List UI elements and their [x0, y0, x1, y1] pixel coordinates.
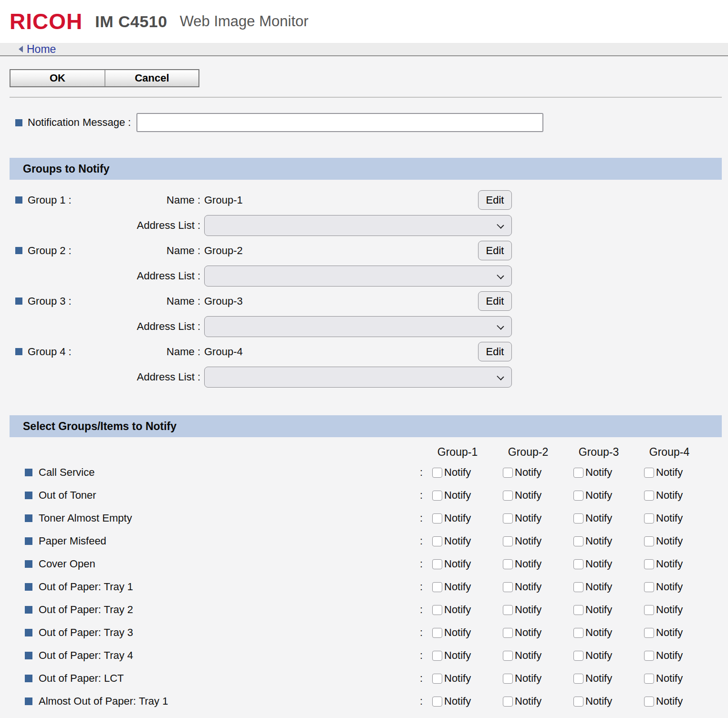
address-list-select[interactable] — [204, 316, 512, 337]
notify-checkbox-group-3[interactable] — [573, 605, 583, 615]
notify-checkbox-group-3[interactable] — [573, 697, 583, 707]
notify-checkbox-group-4[interactable] — [644, 697, 654, 707]
notify-checkbox-label[interactable]: Notify — [444, 695, 471, 708]
notify-checkbox-group-1[interactable] — [432, 697, 442, 707]
notify-checkbox-label[interactable]: Notify — [585, 489, 612, 502]
notify-checkbox-group-1[interactable] — [432, 674, 442, 684]
notify-checkbox-group-3[interactable] — [573, 674, 583, 684]
notify-checkbox-group-2[interactable] — [503, 513, 513, 523]
notify-checkbox-label[interactable]: Notify — [656, 535, 683, 547]
notify-checkbox-label[interactable]: Notify — [585, 626, 612, 639]
edit-button[interactable]: Edit — [478, 291, 512, 311]
notify-checkbox-label[interactable]: Notify — [585, 672, 612, 685]
notify-checkbox-label[interactable]: Notify — [656, 512, 683, 524]
ok-button[interactable]: OK — [10, 70, 104, 86]
notify-checkbox-label[interactable]: Notify — [656, 649, 683, 662]
notify-checkbox-group-1[interactable] — [432, 468, 442, 478]
notify-checkbox-label[interactable]: Notify — [515, 512, 541, 524]
notify-checkbox-group-4[interactable] — [644, 559, 654, 569]
notify-checkbox-label[interactable]: Notify — [656, 604, 683, 616]
notify-checkbox-group-4[interactable] — [644, 491, 654, 501]
notify-checkbox-label[interactable]: Notify — [444, 466, 471, 479]
notify-checkbox-group-3[interactable] — [573, 468, 583, 478]
notify-checkbox-label[interactable]: Notify — [585, 512, 612, 524]
notify-checkbox-label[interactable]: Notify — [515, 695, 541, 708]
notify-checkbox-group-1[interactable] — [432, 491, 442, 501]
notify-checkbox-label[interactable]: Notify — [444, 672, 471, 685]
notify-checkbox-label[interactable]: Notify — [656, 626, 683, 639]
notify-checkbox-group-1[interactable] — [432, 582, 442, 592]
notify-checkbox-group-3[interactable] — [573, 628, 583, 638]
notify-checkbox-label[interactable]: Notify — [515, 672, 541, 685]
notify-checkbox-label[interactable]: Notify — [585, 558, 612, 570]
notify-checkbox-label[interactable]: Notify — [585, 649, 612, 662]
notify-checkbox-group-3[interactable] — [573, 491, 583, 501]
notify-checkbox-label[interactable]: Notify — [585, 604, 612, 616]
notify-checkbox-group-4[interactable] — [644, 582, 654, 592]
notify-checkbox-group-1[interactable] — [432, 559, 442, 569]
notify-checkbox-group-2[interactable] — [503, 674, 513, 684]
notify-checkbox-label[interactable]: Notify — [444, 535, 471, 547]
edit-button[interactable]: Edit — [478, 190, 512, 210]
notify-checkbox-group-1[interactable] — [432, 628, 442, 638]
notify-checkbox-label[interactable]: Notify — [656, 489, 683, 502]
notify-checkbox-label[interactable]: Notify — [444, 626, 471, 639]
notify-checkbox-label[interactable]: Notify — [656, 558, 683, 570]
notify-checkbox-label[interactable]: Notify — [444, 649, 471, 662]
notify-checkbox-label[interactable]: Notify — [656, 581, 683, 593]
edit-button[interactable]: Edit — [478, 342, 512, 361]
edit-button[interactable]: Edit — [478, 241, 512, 260]
notify-checkbox-label[interactable]: Notify — [444, 558, 471, 570]
notify-checkbox-group-4[interactable] — [644, 651, 654, 661]
notify-checkbox-label[interactable]: Notify — [515, 535, 541, 547]
notify-checkbox-group-4[interactable] — [644, 628, 654, 638]
notify-checkbox-label[interactable]: Notify — [515, 581, 541, 593]
address-list-select[interactable] — [204, 215, 512, 236]
notify-checkbox-group-3[interactable] — [573, 651, 583, 661]
notify-checkbox-label[interactable]: Notify — [585, 695, 612, 708]
notify-checkbox-label[interactable]: Notify — [515, 466, 541, 479]
notify-checkbox-group-4[interactable] — [644, 536, 654, 546]
notify-checkbox-label[interactable]: Notify — [515, 649, 541, 662]
notify-checkbox-label[interactable]: Notify — [515, 558, 541, 570]
notify-checkbox-group-1[interactable] — [432, 605, 442, 615]
cancel-button[interactable]: Cancel — [104, 70, 198, 86]
notify-checkbox-group-2[interactable] — [503, 628, 513, 638]
address-list-select[interactable] — [204, 266, 512, 287]
notify-checkbox-label[interactable]: Notify — [444, 512, 471, 524]
notify-checkbox-group-2[interactable] — [503, 536, 513, 546]
notify-checkbox-group-1[interactable] — [432, 513, 442, 523]
notify-checkbox-label[interactable]: Notify — [444, 604, 471, 616]
notify-checkbox-label[interactable]: Notify — [444, 581, 471, 593]
notify-checkbox-group-1[interactable] — [432, 536, 442, 546]
notify-checkbox-label[interactable]: Notify — [515, 604, 541, 616]
notification-message-input[interactable] — [136, 113, 543, 132]
address-list-select[interactable] — [204, 367, 512, 388]
notify-checkbox-group-1[interactable] — [432, 651, 442, 661]
notify-checkbox-group-3[interactable] — [573, 582, 583, 592]
notify-checkbox-group-2[interactable] — [503, 651, 513, 661]
notify-checkbox-group-3[interactable] — [573, 536, 583, 546]
notify-checkbox-label[interactable]: Notify — [444, 489, 471, 502]
notify-checkbox-group-4[interactable] — [644, 605, 654, 615]
notify-checkbox-group-3[interactable] — [573, 513, 583, 523]
notify-checkbox-group-2[interactable] — [503, 559, 513, 569]
notify-checkbox-label[interactable]: Notify — [656, 695, 683, 708]
notify-checkbox-group-4[interactable] — [644, 468, 654, 478]
notify-checkbox-group-4[interactable] — [644, 513, 654, 523]
notify-checkbox-group-3[interactable] — [573, 559, 583, 569]
home-link[interactable]: Home — [27, 43, 56, 56]
notify-checkbox-label[interactable]: Notify — [515, 489, 541, 502]
notify-checkbox-label[interactable]: Notify — [515, 626, 541, 639]
notify-checkbox-label[interactable]: Notify — [585, 581, 612, 593]
notify-checkbox-group-2[interactable] — [503, 491, 513, 501]
notify-checkbox-group-2[interactable] — [503, 582, 513, 592]
notify-checkbox-label[interactable]: Notify — [585, 535, 612, 547]
notify-checkbox-group-2[interactable] — [503, 605, 513, 615]
notify-checkbox-group-2[interactable] — [503, 468, 513, 478]
notify-checkbox-label[interactable]: Notify — [656, 672, 683, 685]
notify-checkbox-label[interactable]: Notify — [585, 466, 612, 479]
notify-checkbox-group-4[interactable] — [644, 674, 654, 684]
notify-checkbox-label[interactable]: Notify — [656, 466, 683, 479]
notify-checkbox-group-2[interactable] — [503, 697, 513, 707]
